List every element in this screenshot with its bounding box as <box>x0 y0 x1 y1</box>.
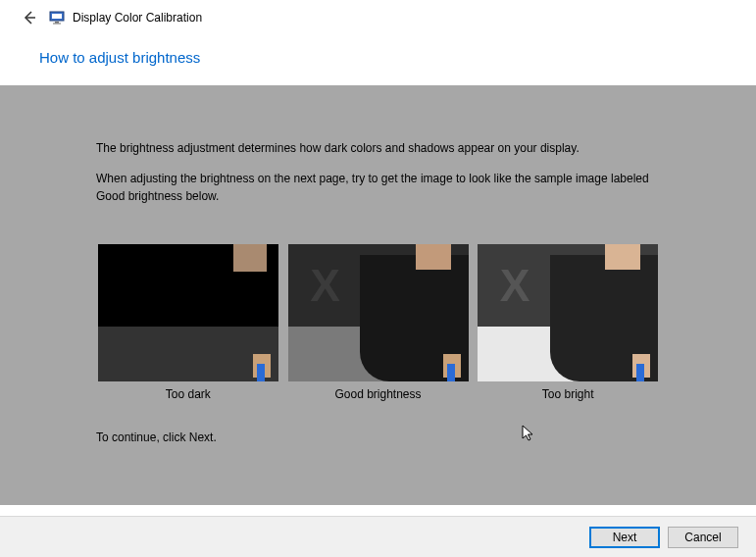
sample-too-bright-label: Too bright <box>476 387 660 401</box>
brightness-samples-row: Too dark X Good brightness X Too b <box>96 244 660 401</box>
sample-too-dark-image <box>98 244 278 381</box>
sample-good-image: X <box>288 244 469 381</box>
svg-rect-2 <box>55 22 59 24</box>
monitor-icon <box>49 10 65 25</box>
window-header: Display Color Calibration <box>0 0 756 35</box>
sample-good: X Good brightness <box>286 244 471 401</box>
sample-good-label: Good brightness <box>286 387 471 401</box>
content-area: The brightness adjustment determines how… <box>0 85 756 505</box>
back-arrow-icon[interactable] <box>20 8 39 27</box>
sample-too-dark: Too dark <box>96 244 280 401</box>
svg-rect-1 <box>52 14 62 19</box>
sub-header: How to adjust brightness <box>0 35 756 85</box>
sample-too-dark-label: Too dark <box>96 387 280 401</box>
next-button[interactable]: Next <box>589 527 660 548</box>
svg-rect-3 <box>53 24 61 25</box>
sample-too-bright: X Too bright <box>476 244 660 401</box>
cancel-button[interactable]: Cancel <box>668 527 738 548</box>
intro-paragraph-1: The brightness adjustment determines how… <box>96 140 660 157</box>
continue-instruction: To continue, click Next. <box>96 430 660 444</box>
app-title: Display Color Calibration <box>73 11 202 25</box>
footer-button-bar: Next Cancel <box>0 516 756 557</box>
sample-too-bright-image: X <box>478 244 658 381</box>
intro-paragraph-2: When adjusting the brightness on the nex… <box>96 171 660 205</box>
page-heading: How to adjust brightness <box>39 49 717 66</box>
